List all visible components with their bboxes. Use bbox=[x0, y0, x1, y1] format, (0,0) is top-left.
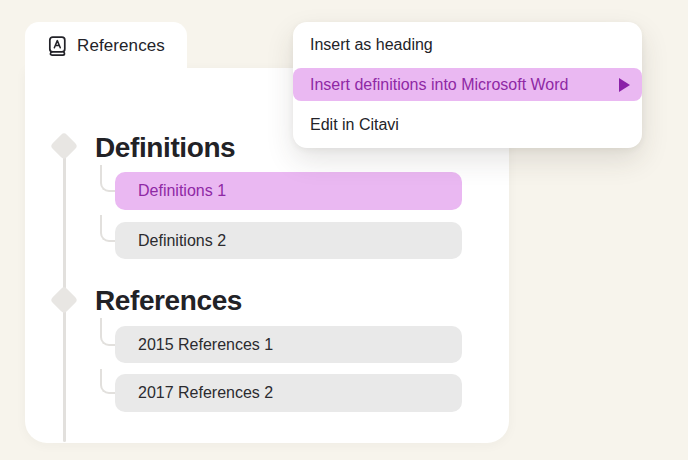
connector-elbow bbox=[100, 215, 115, 242]
context-menu: Insert as heading Insert definitions int… bbox=[293, 22, 642, 148]
references-tab[interactable]: References bbox=[25, 22, 187, 70]
references-tab-label: References bbox=[77, 36, 165, 56]
outline-item-2015-references-1[interactable]: 2015 References 1 bbox=[115, 326, 462, 363]
connector-elbow bbox=[100, 165, 115, 192]
connector-elbow bbox=[100, 318, 115, 346]
outline-item-label: Definitions 2 bbox=[138, 232, 226, 250]
connector-elbow bbox=[100, 369, 115, 394]
section-heading-references: References bbox=[95, 287, 242, 315]
menu-item-label: Edit in Citavi bbox=[310, 116, 399, 134]
menu-item-edit-in-citavi[interactable]: Edit in Citavi bbox=[293, 101, 642, 148]
outline-item-label: 2017 References 2 bbox=[138, 384, 273, 402]
diamond-marker-references bbox=[50, 286, 78, 314]
menu-item-label: Insert definitions into Microsoft Word bbox=[310, 76, 568, 94]
outline-item-label: Definitions 1 bbox=[138, 182, 226, 200]
menu-item-label: Insert as heading bbox=[310, 36, 433, 54]
outline-item-2017-references-2[interactable]: 2017 References 2 bbox=[115, 374, 462, 412]
outline-item-definitions-1[interactable]: Definitions 1 bbox=[115, 172, 462, 210]
book-a-icon bbox=[46, 35, 69, 58]
section-heading-definitions: Definitions bbox=[95, 134, 235, 162]
outline-item-definitions-2[interactable]: Definitions 2 bbox=[115, 222, 462, 259]
page-background: References Definitions Definitions 1 Def… bbox=[0, 0, 688, 460]
menu-item-insert-definitions-into-word[interactable]: Insert definitions into Microsoft Word bbox=[293, 68, 642, 101]
outline-item-label: 2015 References 1 bbox=[138, 336, 273, 354]
menu-item-insert-as-heading[interactable]: Insert as heading bbox=[293, 22, 642, 68]
diamond-marker-definitions bbox=[50, 132, 78, 160]
submenu-arrow-icon bbox=[619, 78, 630, 92]
